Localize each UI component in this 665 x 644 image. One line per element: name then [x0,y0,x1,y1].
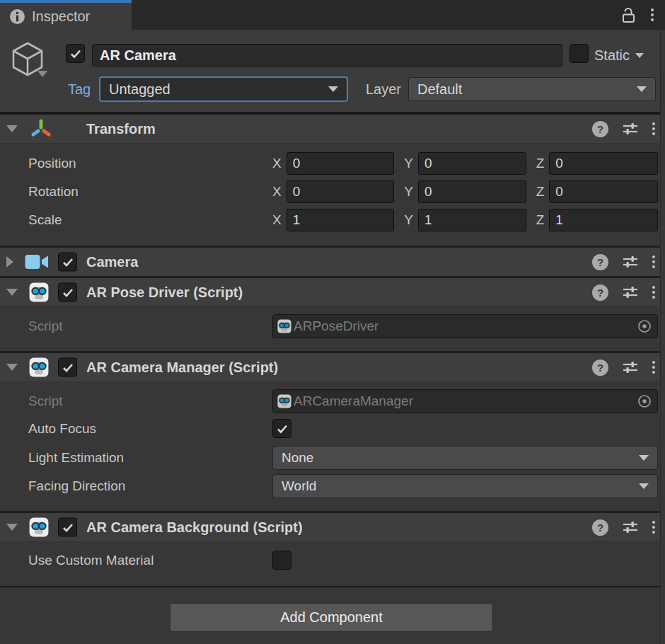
ar-camera-background-header[interactable]: AR Camera Background (Script) ? [0,513,665,542]
kebab-menu-icon[interactable] [651,8,654,21]
y-axis-label: Y [404,212,413,228]
z-axis-label: Z [536,156,545,171]
kebab-menu-icon[interactable] [652,361,655,374]
y-axis-label: Y [404,184,413,200]
rotation-y-field[interactable]: 0 [418,180,526,203]
layer-dropdown[interactable]: Default [408,77,656,101]
static-dropdown[interactable]: Static [594,44,644,67]
position-y-field[interactable]: 0 [418,152,526,175]
scrollbar-gutter[interactable] [660,30,665,644]
layer-label: Layer [366,76,401,102]
ar-script-icon [277,394,291,408]
object-picker-icon[interactable] [637,319,652,333]
ar-script-icon [29,282,49,302]
facing-direction-row: Facing Direction World [0,474,665,498]
foldout-closed-icon[interactable] [6,256,13,268]
rotation-x-field[interactable]: 0 [287,180,395,203]
help-icon[interactable]: ? [592,284,608,301]
facing-direction-label: Facing Direction [28,474,125,498]
transform-body: Position X 0 Y 0 Z 0 Rotation X 0 Y 0 Z … [0,144,665,246]
ar-camera-background-enabled-checkbox[interactable] [58,518,77,537]
help-icon[interactable]: ? [592,121,608,137]
ar-pose-driver-body: Script ARPoseDriver [0,307,665,351]
script-object-field[interactable]: ARPoseDriver [272,314,658,338]
camera-header[interactable]: Camera ? [0,248,665,276]
foldout-open-icon[interactable] [6,289,18,296]
static-label: Static [594,47,630,64]
light-estimation-value: None [282,450,313,466]
rotation-label: Rotation [28,180,79,203]
check-icon [276,422,289,435]
kebab-menu-icon[interactable] [652,255,655,268]
script-object-field[interactable]: ARCameraManager [272,389,658,413]
camera-title: Camera [86,248,138,276]
scale-z-field[interactable]: 1 [549,209,658,231]
camera-enabled-checkbox[interactable] [58,253,77,272]
ar-camera-manager-header[interactable]: AR Camera Manager (Script) ? [0,353,665,382]
ar-camera-background-title: AR Camera Background (Script) [86,513,303,541]
add-component-button[interactable]: Add Component [170,603,493,632]
position-x-field[interactable]: 0 [287,152,395,175]
foldout-open-icon[interactable] [6,364,18,371]
help-icon[interactable]: ? [592,519,608,536]
check-icon [62,286,74,299]
rotation-z-field[interactable]: 0 [549,180,658,203]
position-z-field[interactable]: 0 [549,152,658,175]
kebab-menu-icon[interactable] [652,122,655,135]
scale-y-field[interactable]: 1 [418,209,526,231]
inspector-panel: Inspector AR Camera Static Tag [0,0,665,644]
use-custom-material-label: Use Custom Material [28,551,154,570]
transform-header[interactable]: Transform ? [0,115,665,144]
script-value: ARCameraManager [294,393,413,409]
facing-direction-dropdown[interactable]: World [272,474,658,498]
active-checkbox[interactable] [66,44,85,63]
chevron-down-icon [639,455,649,461]
gameobject-icon-dropdown-arrow[interactable] [37,71,47,77]
unlock-icon[interactable] [620,6,637,24]
tab-bar: Inspector [0,0,665,30]
foldout-open-icon[interactable] [6,125,18,132]
static-dropdown-arrow [635,53,644,58]
auto-focus-row: Auto Focus [0,419,665,438]
presets-icon[interactable] [622,519,639,536]
ar-camera-background-body: Use Custom Material [0,542,665,586]
object-picker-icon[interactable] [637,394,652,408]
use-custom-material-checkbox[interactable] [272,551,291,570]
tab-inspector[interactable]: Inspector [0,0,132,30]
tag-dropdown[interactable]: Untagged [99,76,348,102]
chevron-down-icon [637,86,647,92]
name-field[interactable]: AR Camera [92,44,562,67]
check-icon [62,361,74,374]
script-row: Script ARPoseDriver [0,314,665,338]
foldout-open-icon[interactable] [6,524,18,531]
rotation-row: Rotation X 0 Y 0 Z 0 [0,180,665,203]
use-custom-material-row: Use Custom Material [0,551,665,570]
x-axis-label: X [272,184,282,200]
help-icon[interactable]: ? [592,254,608,270]
auto-focus-checkbox[interactable] [272,419,291,438]
transform-icon [30,118,52,139]
static-checkbox[interactable] [569,44,589,63]
check-icon [62,255,74,268]
ar-pose-driver-enabled-checkbox[interactable] [58,283,77,302]
ar-pose-driver-title: AR Pose Driver (Script) [86,278,243,306]
ar-camera-manager-enabled-checkbox[interactable] [58,358,77,377]
kebab-menu-icon[interactable] [652,286,655,299]
y-axis-label: Y [404,156,413,171]
scale-label: Scale [28,209,62,231]
check-icon [69,47,82,60]
presets-icon[interactable] [622,359,639,376]
presets-icon[interactable] [622,253,639,270]
ar-pose-driver-header[interactable]: AR Pose Driver (Script) ? [0,278,665,307]
position-row: Position X 0 Y 0 Z 0 [0,152,665,175]
presets-icon[interactable] [622,284,639,301]
scale-x-field[interactable]: 1 [287,209,395,231]
x-axis-label: X [272,156,282,171]
auto-focus-label: Auto Focus [28,419,96,438]
ar-script-icon [29,357,49,377]
help-icon[interactable]: ? [592,360,608,376]
light-estimation-dropdown[interactable]: None [272,446,658,470]
presets-icon[interactable] [622,120,639,137]
kebab-menu-icon[interactable] [652,521,655,534]
tab-title: Inspector [32,8,90,25]
